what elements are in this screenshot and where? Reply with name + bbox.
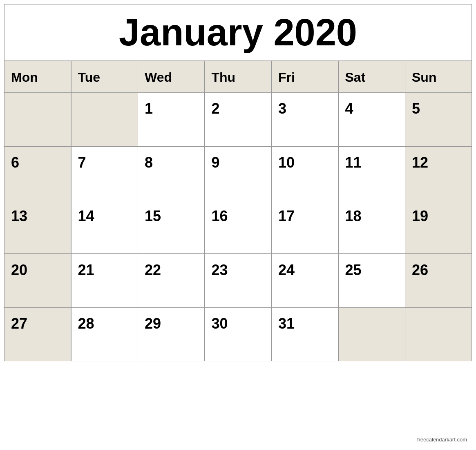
day-cell[interactable]: 18 [339, 200, 405, 253]
day-header-sun: Sun [405, 61, 472, 92]
day-cell[interactable]: 2 [205, 93, 271, 146]
day-header-mon: Mon [4, 61, 71, 92]
day-cell[interactable] [4, 93, 71, 146]
day-cell[interactable]: 8 [138, 147, 204, 200]
day-cell[interactable]: 14 [72, 200, 138, 253]
day-cell[interactable]: 5 [405, 93, 472, 146]
day-cell[interactable]: 12 [405, 147, 472, 200]
day-cell[interactable]: 9 [205, 147, 271, 200]
day-cell[interactable]: 16 [205, 200, 271, 253]
day-cell[interactable] [405, 308, 472, 361]
day-cell[interactable]: 27 [4, 308, 71, 361]
calendar-title: January 2020 [9, 13, 467, 52]
day-cell[interactable]: 3 [272, 93, 338, 146]
day-cell[interactable]: 7 [72, 147, 138, 200]
day-cell[interactable]: 23 [205, 254, 271, 307]
calendar-container: January 2020 MonTueWedThuFriSatSun123456… [4, 4, 472, 361]
day-cell[interactable]: 17 [272, 200, 338, 253]
calendar-header: January 2020 [4, 4, 472, 61]
watermark: freecalendarkart.com [417, 437, 467, 443]
day-cell[interactable]: 22 [138, 254, 204, 307]
day-cell[interactable]: 10 [272, 147, 338, 200]
day-cell[interactable] [339, 308, 405, 361]
day-cell[interactable]: 13 [4, 200, 71, 253]
day-cell[interactable]: 4 [339, 93, 405, 146]
day-header-fri: Fri [272, 61, 338, 92]
day-cell[interactable]: 1 [138, 93, 204, 146]
day-cell[interactable]: 11 [339, 147, 405, 200]
day-header-tue: Tue [72, 61, 138, 92]
day-header-sat: Sat [339, 61, 405, 92]
day-cell[interactable]: 30 [205, 308, 271, 361]
day-cell[interactable]: 21 [72, 254, 138, 307]
day-cell[interactable]: 28 [72, 308, 138, 361]
day-cell[interactable]: 6 [4, 147, 71, 200]
day-cell[interactable]: 25 [339, 254, 405, 307]
day-header-wed: Wed [138, 61, 204, 92]
day-cell[interactable]: 20 [4, 254, 71, 307]
calendar-grid: MonTueWedThuFriSatSun1234567891011121314… [4, 61, 472, 361]
day-cell[interactable]: 29 [138, 308, 204, 361]
day-cell[interactable]: 26 [405, 254, 472, 307]
day-header-thu: Thu [205, 61, 271, 92]
day-cell[interactable]: 15 [138, 200, 204, 253]
day-cell[interactable]: 19 [405, 200, 472, 253]
day-cell[interactable]: 31 [272, 308, 338, 361]
day-cell[interactable] [72, 93, 138, 146]
day-cell[interactable]: 24 [272, 254, 338, 307]
